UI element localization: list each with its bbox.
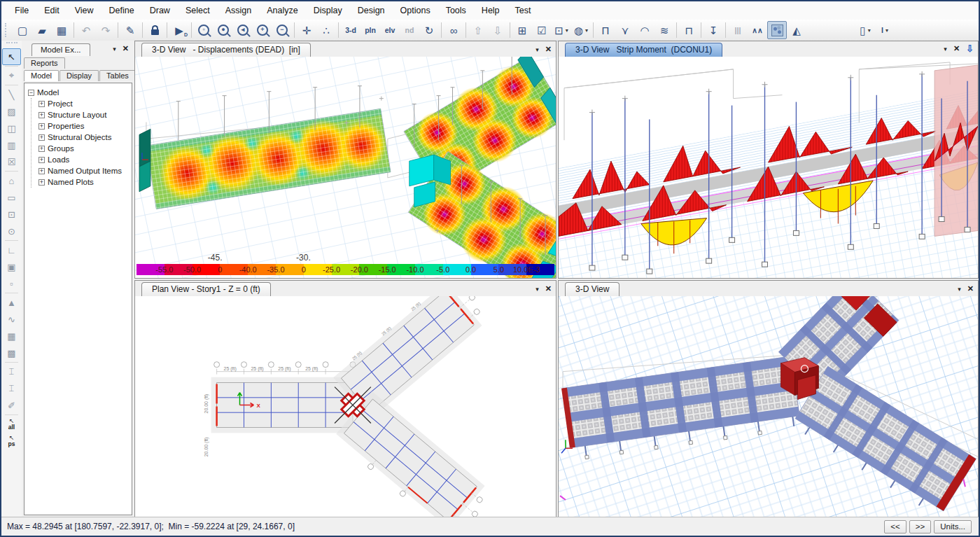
draw-rect-area-icon[interactable]: ▭ — [2, 189, 21, 206]
tree-item-project[interactable]: +Project — [36, 98, 130, 109]
draw-opening-icon[interactable]: ▫ — [2, 275, 21, 292]
draw-slab-panel-icon[interactable]: ▦ — [2, 328, 21, 344]
tree-item-structure-layout[interactable]: +Structure Layout — [36, 109, 130, 120]
viewport-tr-close-icon[interactable]: ✕ — [953, 44, 960, 53]
set-display-options-icon[interactable]: ☑ — [532, 21, 552, 39]
tree-item-named-plots[interactable]: +Named Plots — [36, 176, 130, 188]
zoom-out-icon[interactable]: − — [272, 21, 292, 39]
draw-tendon-icon[interactable]: ∿ — [2, 311, 21, 328]
draw-wall-opening-icon[interactable]: ▣ — [2, 258, 21, 275]
viewport-bl-tab[interactable]: Plan View - Story1 - Z = 0 (ft) — [141, 282, 271, 296]
draw-mesh-icon[interactable]: ▩ — [2, 344, 21, 361]
menu-assign[interactable]: Assign — [218, 2, 260, 20]
tree-item-groups[interactable]: +Groups — [36, 143, 130, 154]
assign-line-load-icon[interactable]: ≋ — [654, 21, 674, 39]
viewport-bl-close-icon[interactable]: ✕ — [545, 284, 552, 293]
restore-full-view-icon[interactable]: ● — [214, 21, 233, 39]
menu-define[interactable]: Define — [102, 2, 142, 20]
object-shrink-toggle-icon[interactable]: ⊡▾ — [552, 21, 571, 39]
viewport-tr-menu-caret-icon[interactable]: ▾ — [944, 46, 947, 53]
move-up-in-list-icon[interactable]: ⇧ — [468, 21, 488, 39]
pan-icon[interactable]: ✛ — [297, 21, 316, 39]
show-beams-dropdown-caret[interactable]: ▾ — [886, 27, 888, 34]
rubber-band-zoom-icon[interactable]: ▫ — [194, 21, 214, 39]
draw-design-strip-a-icon[interactable]: ⌶ — [2, 363, 21, 380]
strip-moment-3d-canvas[interactable] — [559, 57, 978, 278]
select-pointer-icon[interactable]: ↖ — [2, 48, 21, 65]
quick-draw-secondary-beams-icon[interactable]: ☒ — [2, 153, 21, 170]
draw-ramp-icon[interactable]: ▲ — [2, 294, 21, 311]
menu-view[interactable]: View — [67, 2, 102, 20]
draw-wall-icon[interactable]: ∟ — [2, 242, 21, 258]
draw-dimension-icon[interactable]: ✐ — [2, 397, 21, 414]
tree-expand-icon[interactable]: + — [38, 134, 45, 141]
tree-expand-icon[interactable]: + — [38, 179, 45, 186]
plan-view-canvas[interactable]: 25 (ft) 25 (ft) 25 (ft) 25 (ft) 20.00 (f… — [135, 296, 556, 517]
walk-through-icon[interactable]: ∴ — [316, 21, 336, 39]
view-named-display-button[interactable]: nd — [400, 21, 419, 39]
viewport-tr-tab[interactable]: 3-D View Strip Moment (DCONU1) — [565, 43, 722, 57]
units-button[interactable]: Units... — [934, 520, 972, 533]
view-elevation-button[interactable]: elv — [380, 21, 400, 39]
reshape-object-icon[interactable]: ⌖ — [2, 67, 21, 84]
assign-point-icon[interactable]: ⋎ — [615, 21, 635, 39]
tree-expand-icon[interactable]: + — [38, 168, 45, 174]
assign-area-icon[interactable]: ◠ — [635, 21, 654, 39]
previous-selection-button[interactable]: ↖ps — [2, 433, 21, 449]
redo-icon[interactable]: ↷ — [96, 21, 115, 39]
menu-edit[interactable]: Edit — [36, 2, 67, 20]
viewport-tl-menu-caret-icon[interactable]: ▾ — [536, 46, 539, 53]
quick-draw-frame-icon[interactable]: ▨ — [2, 103, 21, 120]
explorer-tab-display[interactable]: Display — [59, 70, 99, 81]
show-beams-dropdown[interactable]: I▾ — [875, 21, 895, 39]
lock-icon[interactable] — [145, 21, 164, 39]
isolate-objects-icon-caret[interactable]: ▾ — [585, 27, 588, 34]
new-file-icon[interactable]: ▢ — [13, 21, 32, 39]
draw-design-strip-b-icon[interactable]: ⌶ — [2, 380, 21, 397]
rotate-3d-view-icon[interactable]: ↻ — [419, 21, 439, 39]
shrink-objects-icon[interactable]: ⊞ — [512, 21, 532, 39]
explorer-tab-model[interactable]: Model — [24, 70, 59, 81]
menu-tools[interactable]: Tools — [438, 2, 474, 20]
show-tendons-icon[interactable]: ∧∧ — [748, 21, 767, 39]
draw-poly-area-icon[interactable]: ⌂ — [2, 172, 21, 189]
section-cut-icon[interactable]: ◭ — [787, 21, 806, 39]
explorer-menu-caret-icon[interactable]: ▾ — [113, 46, 116, 53]
select-all-button[interactable]: ↖all — [2, 416, 21, 433]
nav-left-button[interactable]: << — [884, 520, 906, 533]
tree-collapse-icon[interactable]: − — [28, 90, 34, 96]
download-icon[interactable]: ⇩ — [966, 43, 974, 54]
menu-analyze[interactable]: Analyze — [259, 2, 305, 20]
quick-draw-beam-icon[interactable]: ◫ — [2, 120, 21, 137]
menu-select[interactable]: Select — [178, 2, 218, 20]
object-shrink-toggle-icon-caret[interactable]: ▾ — [566, 27, 568, 34]
model-explorer-tab[interactable]: Model Ex... — [31, 43, 90, 56]
menu-file[interactable]: File — [7, 2, 36, 20]
point-displacement-icon[interactable]: ↧ — [704, 21, 723, 39]
draw-line-icon[interactable]: ╲ — [2, 86, 21, 103]
menu-test[interactable]: Test — [507, 2, 539, 20]
viewport-tl-tab[interactable]: 3-D View - Displacements (DEAD) [in] — [141, 43, 311, 57]
show-columns-dropdown-caret[interactable]: ▾ — [868, 27, 871, 34]
quick-draw-area-icon[interactable]: ⊡ — [2, 206, 21, 223]
view-plan-button[interactable]: pln — [360, 21, 380, 39]
tree-expand-icon[interactable]: + — [38, 101, 45, 107]
move-down-in-list-icon[interactable]: ⇩ — [488, 21, 507, 39]
tree-item-loads[interactable]: +Loads — [36, 154, 130, 165]
displacement-3d-canvas[interactable]: -55.0-50.00-40.0-35.00-25.0-20.0-15.0-10… — [135, 57, 556, 278]
viewport-tl-close-icon[interactable]: ✕ — [545, 45, 552, 54]
menu-options[interactable]: Options — [393, 2, 438, 20]
isolate-objects-icon[interactable]: ◍▾ — [571, 21, 591, 39]
show-contours-icon[interactable] — [767, 21, 787, 39]
show-strips-icon[interactable]: ||| — [728, 21, 748, 39]
draw-frame-icon[interactable]: Π — [596, 21, 615, 39]
explorer-tab-tables[interactable]: Tables — [99, 70, 136, 81]
viewport-br-menu-caret-icon[interactable]: ▾ — [958, 286, 961, 293]
tree-item-model[interactable]: − Model — [26, 87, 130, 98]
nav-right-button[interactable]: >> — [909, 520, 931, 533]
explorer-tab-reports[interactable]: Reports — [24, 57, 65, 69]
previous-zoom-icon[interactable]: ◂ — [233, 21, 253, 39]
undo-icon[interactable]: ↶ — [76, 21, 96, 39]
run-analysis-icon[interactable]: ▶D — [169, 21, 189, 39]
draw-pen-icon[interactable]: ✎ — [120, 21, 140, 39]
